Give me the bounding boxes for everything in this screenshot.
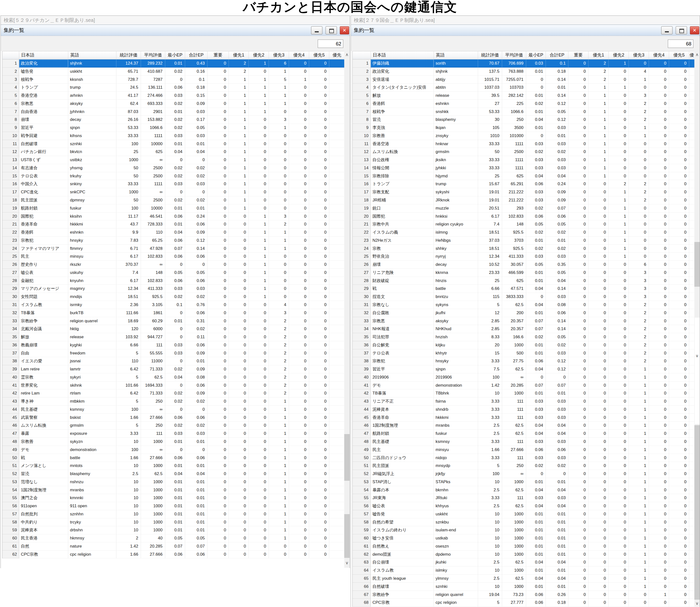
table-row[interactable]: 35解放release103.92944.72700.11000200 — [2, 333, 345, 341]
table-row[interactable]: 52JR磁気浮上jrjkfjy100∞00000100 — [353, 470, 695, 478]
table-row[interactable]: 36教義崩壊kyghki6.661110.030.06000200 — [2, 341, 345, 349]
table-row[interactable]: 37自由freedom555.5550.030.09000200 — [2, 349, 345, 357]
column-header[interactable]: 重要 — [568, 51, 589, 60]
minimize-button[interactable] — [311, 26, 322, 35]
table-row[interactable]: 42TB暴落TBbhrk1010000.010.01000100 — [353, 389, 695, 397]
table-row[interactable]: 57自然批判sznhhn1010000.010.01000100 — [2, 510, 345, 518]
table-row[interactable]: 13自公政権jksikn33.3311110.030.03010000 — [353, 156, 695, 164]
table-row[interactable]: 49民主minsyu1.6627.6660.060.06000100 — [353, 446, 695, 454]
column-header[interactable]: 優先4 — [289, 51, 309, 60]
table-row[interactable]: 9李克強lkqan10535000.010.03010100 — [353, 124, 695, 132]
column-header[interactable]: 合計EP — [546, 51, 568, 60]
table-row[interactable]: 50二匹目のドジョウnidojo3.331110.030.03000100 — [353, 454, 695, 462]
scrollbar-thumb[interactable] — [694, 242, 700, 287]
table-row[interactable]: 62CPC宗教cpc religion1.6627.6660.060.06000… — [2, 550, 345, 559]
table-row[interactable]: 17CPC進化snkCPC1000∞00010000 — [2, 188, 345, 196]
table-row[interactable]: 48宗教善sykyzn1010000.010.01000100 — [2, 438, 345, 446]
column-header[interactable]: 優先4 — [649, 51, 669, 60]
table-row[interactable]: 55澳門之会kmnnki1010000.010.01000100 — [2, 494, 345, 502]
column-header[interactable]: 最小EP — [165, 51, 185, 60]
table-row[interactable]: 21香港革命hkkkmi43.7728.3330.010.06001200 — [2, 221, 345, 228]
table-row[interactable]: 56911open911 open1010000.010.01000100 — [2, 502, 345, 510]
table-row[interactable]: 39Lam retirelamrtr6.4271.3330.020.090002… — [2, 365, 345, 373]
maximize-button[interactable] — [326, 26, 337, 35]
table-row[interactable]: 23宗教犯hnsyky7.8365.250.060.12001100 — [2, 236, 345, 245]
table-row[interactable]: 35司法犯罪hnzish8.33166.60.020.05000200 — [353, 333, 695, 341]
table-row[interactable]: 67宗教紛争religion quarrel19.0473.230.060.26… — [353, 591, 695, 599]
table-row[interactable]: 41世界変化skihnk101.661694.33300.06000200 — [2, 381, 345, 390]
table-row[interactable]: 34NHK報道NHKhud2.8520.3570.070.14000200 — [353, 325, 695, 333]
table-row[interactable]: 62demo団派dpdemo1010000.010.01000100 — [353, 550, 695, 559]
table-row[interactable]: 33宗教紛争religion quarrel18.6960.290.010.31… — [2, 317, 345, 325]
table-row[interactable]: 14有志連合yhsrng5025000.020.02010000 — [2, 164, 345, 172]
table-row[interactable]: 18民主団派dpmnsy5025000.020.02010000 — [2, 196, 345, 204]
table-row[interactable]: 1伊藤詩織sorith70.67706.6990.030.1021000 — [353, 60, 695, 67]
column-header[interactable]: 優先2 — [609, 51, 629, 60]
table-row[interactable]: 45香港革命hkkkmi3.331110.030.03000100 — [353, 414, 695, 422]
table-row[interactable]: 22香港餌eshnkn9.91100.040.09001100 — [2, 228, 345, 236]
table-row[interactable]: 27嘘公表uskuhy7.41480.050.05001000 — [2, 269, 345, 277]
table-row[interactable]: 21宗教中共religion cyukyo7.41480.050.0500100… — [353, 221, 695, 228]
table-row[interactable]: 26崩壊decay10.5230.0570.050.35000600 — [353, 260, 695, 269]
column-header[interactable]: 優先5 — [309, 51, 329, 60]
table-row[interactable]: 50戦battle1.6627.6660.060.06000100 — [2, 454, 345, 462]
table-row[interactable]: 52冒涜blasphemy2.562.50.040.04000100 — [2, 470, 345, 478]
table-row[interactable]: 51メンツ落としmntots1010000.010.01000100 — [2, 462, 345, 470]
table-row[interactable]: 45武装警察bskist1.6627.6660.060.06000100 — [2, 414, 345, 422]
table-row[interactable]: 12ムスリム転換grmslm5025000.020.02010000 — [353, 148, 695, 156]
table-row[interactable]: 15テロ公表trkuhy5025000.020.02010000 — [2, 172, 345, 180]
column-header[interactable]: 統計評価 — [116, 51, 141, 60]
table-row[interactable]: 4トランプtrump24.5136.1110.060.18011100 — [2, 84, 345, 92]
table-row[interactable]: 65民主 youth leagueylmnsy2.562.50.040.0400… — [353, 574, 695, 583]
table-row[interactable]: 5解放release39.5282.1420.010.14010300 — [353, 92, 695, 100]
column-header[interactable]: 重要 — [207, 51, 229, 60]
table-row[interactable]: 56嘘公表khhyus2.562.50.040.04000100 — [353, 502, 695, 510]
table-row[interactable]: 2政治変化shjhnk137.5763.8880.010.18020400 — [353, 67, 695, 76]
table-row[interactable]: 68CPC宗教cpc religion527.7770.060.18000000 — [353, 599, 695, 607]
table-row[interactable]: 36自公解党kitjku2010000.010.02000200 — [353, 341, 695, 349]
scrollbar-thumb[interactable] — [344, 514, 350, 558]
table-row[interactable]: 64イスラム教islmky1010000.010.01000100 — [353, 566, 695, 574]
table-row[interactable]: 29マリアのメッセージmsgmry12.34411.3330.030.03001… — [2, 285, 345, 293]
table-row[interactable]: 7自由香港jyhhnkn87.0329010.010.03011000 — [2, 108, 345, 116]
table-row[interactable]: 32TB暴落burkTB111.66186100.06000300 — [2, 309, 345, 317]
column-header[interactable]: 優先1 — [229, 51, 249, 60]
column-header[interactable]: 合計EP — [185, 51, 207, 60]
panel-titlebar[interactable]: 集約一覧 ✕ — [1, 25, 350, 36]
table-row[interactable]: 59イスラムの終わりisulam-end1010000.010.01000100 — [353, 526, 695, 534]
maximize-button[interactable] — [676, 26, 687, 35]
table-row[interactable]: 1政治変化shjhnk124.37289.2320.010.43021600 — [2, 60, 345, 67]
column-header[interactable]: 英語 — [434, 51, 478, 60]
column-header[interactable]: 優 — [689, 51, 695, 60]
table-row[interactable]: 43リニア不正fsirna3.331110.030.03000100 — [353, 397, 695, 405]
table-row[interactable]: 60嘘つき安倍ustkab1010000.010.01000100 — [353, 534, 695, 542]
table-row[interactable]: 25野依良治nyrryj12.34411.3330.030.03001000 — [353, 253, 695, 260]
column-header[interactable]: 優先3 — [269, 51, 289, 60]
table-row[interactable]: 10宗教善znsyky101010100000.01010100 — [353, 132, 695, 140]
table-row[interactable]: 47航路封鎖fuskur2.562.50.040.04000100 — [353, 430, 695, 438]
table-row[interactable]: 10戦争回避kihsns33.3311110.030.03010000 — [2, 132, 345, 140]
table-row[interactable]: 9習近平sjnpn53.331066.60.020.05010100 — [2, 124, 345, 132]
table-row[interactable]: 31イスラム教isrmky2.363.1050.10.76000400 — [2, 301, 345, 309]
table-row[interactable]: 43導き神mtbkkm52500.020.02000100 — [2, 397, 345, 405]
table-row[interactable]: 38宗教犯hnsyky3.3327.750.060.12000200 — [353, 357, 695, 365]
table-row[interactable]: 59泥棒資本drbshn1010000.010.01000100 — [2, 526, 345, 534]
table-row[interactable]: 7核戦争snshkk53.331066.60.010.05010200 — [353, 108, 695, 116]
table-row[interactable]: 42retire Lamrtrlam6.4271.3330.020.090002… — [2, 389, 345, 397]
table-row[interactable]: 61自然教えoseszn1010000.010.01000100 — [353, 542, 695, 550]
table-row[interactable]: 4020199062019906100∞00000100 — [353, 373, 695, 381]
scrollbar-thumb[interactable] — [344, 434, 350, 481]
table-row[interactable]: 41デモdemonstration1.4220.2850.070.0700010… — [353, 381, 695, 390]
table-row[interactable]: 55JR東海JRtuki3.331110.030.03000100 — [353, 494, 695, 502]
table-row[interactable]: 3安倍退場abtijy1015.717255.07100.14020100 — [353, 76, 695, 84]
column-header[interactable]: 優先5 — [669, 51, 689, 60]
table-row[interactable]: 28金融犯knyuhn6.17102.8330.060.06001000 — [2, 277, 345, 285]
table-row[interactable]: 37テロ公表khhytr155000.010.03000200 — [353, 349, 695, 357]
table-row[interactable]: 11香港空港hnknar33.3311110.030.03010000 — [353, 140, 695, 148]
scrollbar-thumb[interactable] — [694, 425, 700, 600]
table-row[interactable]: 47暴露exposure3.331110.030.03000100 — [2, 430, 345, 438]
table-row[interactable]: 51民主団派mnsydp52500.020.02000100 — [353, 462, 695, 470]
table-row[interactable]: 24宗教shhky18.51925.50.020.02001000 — [353, 245, 695, 253]
table-row[interactable]: 20国際犯hnkksi6.17102.8330.060.06001000 — [353, 212, 695, 221]
table-row[interactable]: 8崩壊decay26.16153.8820.020.17010300 — [2, 116, 345, 124]
